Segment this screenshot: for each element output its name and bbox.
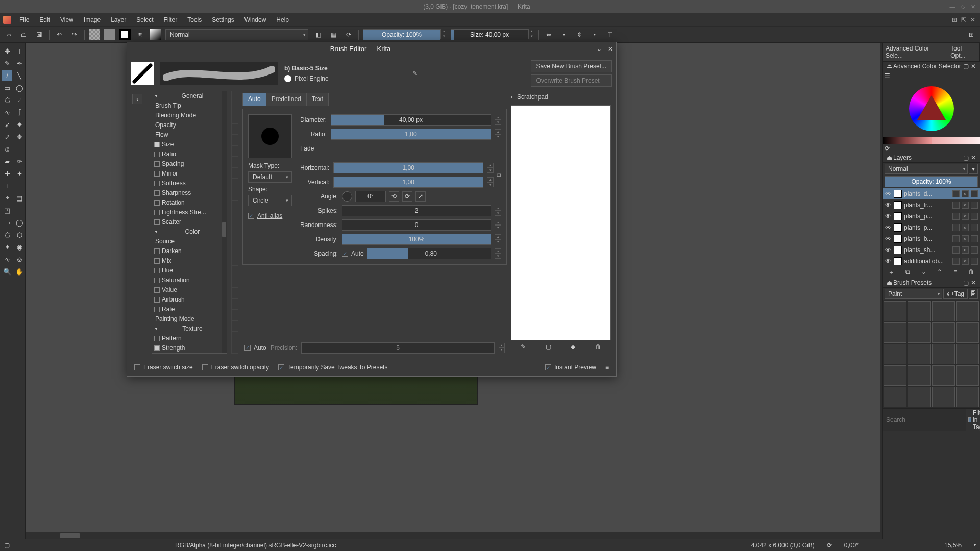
line-tool-icon[interactable]: ╲ xyxy=(14,70,24,81)
vertical-scrollbar[interactable] xyxy=(880,43,882,532)
brush-preset[interactable] xyxy=(956,344,979,364)
opt-rate-check[interactable] xyxy=(154,307,160,312)
measure-tool-icon[interactable]: ⟂ xyxy=(2,181,12,191)
close-dock-icon[interactable]: ✕ xyxy=(970,63,977,70)
link-fade-icon[interactable]: ⧉ xyxy=(497,171,501,179)
eraser-icon[interactable]: ◧ xyxy=(312,29,324,40)
bezier-select-tool-icon[interactable]: ∿ xyxy=(2,254,12,264)
scratch-layer-icon[interactable]: ▢ xyxy=(546,343,551,350)
inherit-alpha-icon[interactable] xyxy=(971,224,978,231)
opt-airbrush-check[interactable] xyxy=(154,297,160,303)
float2-icon[interactable]: ▢ xyxy=(962,154,970,161)
poly-select-tool-icon[interactable]: ⬡ xyxy=(14,230,24,240)
opt-scatter-check[interactable] xyxy=(154,219,160,225)
color-history[interactable] xyxy=(883,137,980,144)
visibility-icon[interactable]: 👁 xyxy=(885,246,892,254)
spacing-slider[interactable]: 0,80 xyxy=(367,248,491,259)
selection-indicator-icon[interactable]: ▢ xyxy=(4,542,10,549)
color-picker-tool-icon[interactable]: ✑ xyxy=(14,156,24,166)
calligraphy-tool-icon[interactable]: ✒ xyxy=(14,58,24,68)
alpha-lock-layer-icon[interactable]: α xyxy=(962,235,969,242)
edit-shape-tool-icon[interactable]: ✎ xyxy=(2,58,12,68)
opt-blending[interactable]: Blending Mode xyxy=(154,112,225,119)
polygon-tool-icon[interactable]: ⬠ xyxy=(2,95,12,105)
inherit-alpha-icon[interactable] xyxy=(971,258,978,265)
minimize-icon[interactable]: — xyxy=(949,4,955,10)
filter-layers-icon[interactable]: ▾ xyxy=(969,164,978,174)
scratch-brush-icon[interactable]: ✎ xyxy=(521,343,526,350)
wrap-icon[interactable]: ⊤ xyxy=(604,29,616,40)
opt-mix-check[interactable] xyxy=(154,258,160,264)
save-preset-button[interactable]: Save New Brush Preset... xyxy=(531,60,612,72)
opt-rate[interactable]: Rate xyxy=(162,306,225,313)
pattern-swatch[interactable] xyxy=(89,29,100,40)
maximize-icon[interactable]: ◇ xyxy=(960,4,966,10)
layer-row[interactable]: 👁plants_p...α xyxy=(883,211,980,222)
inherit-alpha-icon[interactable] xyxy=(971,213,978,220)
open-file-icon[interactable]: 🗀 xyxy=(18,29,30,40)
rect-select-tool-icon[interactable]: ▭ xyxy=(2,217,12,228)
opt-darken[interactable]: Darken xyxy=(162,247,225,255)
opt-rotation[interactable]: Rotation xyxy=(162,199,225,206)
opt-pattern[interactable]: Pattern xyxy=(162,335,225,342)
contiguous-select-tool-icon[interactable]: ✦ xyxy=(2,242,12,252)
tag-button[interactable]: 🏷 Tag xyxy=(943,289,968,299)
size-spin[interactable]: ▴▾ xyxy=(528,29,534,40)
opt-ratio-check[interactable] xyxy=(154,152,160,157)
mirror-h-icon[interactable]: ⇔ xyxy=(543,29,554,40)
opt-saturation[interactable]: Saturation xyxy=(162,277,225,284)
layer-row[interactable]: 👁plants_tr...α xyxy=(883,199,980,211)
lock-layer-icon[interactable] xyxy=(952,213,960,220)
opt-flow[interactable]: Flow xyxy=(154,131,225,138)
brush-preset[interactable] xyxy=(908,322,930,343)
crop-tool-icon[interactable]: ⟃ xyxy=(2,144,12,154)
mirror-v-drop-icon[interactable]: ▾ xyxy=(589,29,600,40)
opt-scatter[interactable]: Scatter xyxy=(162,218,225,226)
opt-mirror[interactable]: Mirror xyxy=(162,170,225,177)
size-slider[interactable]: Size: 40,00 px xyxy=(451,29,528,40)
polyline-tool-icon[interactable]: ⟋ xyxy=(14,95,24,105)
menu-image[interactable]: Image xyxy=(80,15,105,24)
move-layer-tool-icon[interactable]: ✥ xyxy=(14,132,24,142)
angle-btn1-icon[interactable]: ⟲ xyxy=(389,191,399,202)
mirror-v-icon[interactable]: ⇕ xyxy=(574,29,585,40)
close-dock3-icon[interactable]: ✕ xyxy=(970,279,977,286)
brush-preset[interactable] xyxy=(908,387,930,407)
fill-tool-icon[interactable]: ▰ xyxy=(2,156,12,166)
opt-darken-check[interactable] xyxy=(154,248,160,254)
fade-h-slider[interactable]: 1,00 xyxy=(333,162,483,173)
detach-icon[interactable]: ⇱ xyxy=(960,16,968,24)
tab-predefined[interactable]: Predefined xyxy=(266,93,307,106)
opt-lightness-check[interactable] xyxy=(154,210,160,215)
opt-sharpness-check[interactable] xyxy=(154,190,160,196)
angle-btn2-icon[interactable]: ⟳ xyxy=(402,191,412,202)
menu-layer[interactable]: Layer xyxy=(107,15,130,24)
pattern-tool-icon[interactable]: ◳ xyxy=(2,205,12,215)
brush-preset[interactable] xyxy=(956,322,979,343)
brush-preset[interactable] xyxy=(932,344,955,364)
ellipse-tool-icon[interactable]: ◯ xyxy=(14,83,24,93)
eraser-size-check[interactable] xyxy=(134,364,140,370)
brush-preset[interactable] xyxy=(908,365,930,386)
randomness-spin[interactable]: ▴▾ xyxy=(495,220,501,230)
alpha-lock-icon[interactable]: ▦ xyxy=(328,29,339,40)
rename-preset-icon[interactable]: ✎ xyxy=(412,70,418,77)
horizontal-scrollbar[interactable] xyxy=(26,532,882,539)
angle-dial[interactable] xyxy=(342,191,352,202)
multibrush-tool-icon[interactable]: ✷ xyxy=(14,119,24,130)
scratchpad-canvas[interactable] xyxy=(511,105,611,340)
move-down-icon[interactable]: ⌄ xyxy=(921,268,926,277)
close-dialog-icon[interactable]: ✕ xyxy=(605,45,616,53)
rotate-canvas-icon[interactable]: ⟳ xyxy=(827,542,832,549)
inherit-alpha-icon[interactable] xyxy=(971,190,978,197)
angle-input[interactable]: 0° xyxy=(355,191,386,202)
precision-auto-check[interactable]: ✓ xyxy=(244,345,251,351)
layer-row[interactable]: 👁plants_d...α xyxy=(883,188,980,199)
randomness-slider[interactable]: 0 xyxy=(342,219,491,231)
zoom-tool-icon[interactable]: 🔍 xyxy=(2,266,12,277)
menu-view[interactable]: View xyxy=(56,15,78,24)
text-tool-icon[interactable]: T xyxy=(14,46,24,56)
brush-preset[interactable] xyxy=(884,344,906,364)
lock-layer-icon[interactable] xyxy=(952,224,960,231)
fg-bg-swatch[interactable] xyxy=(104,29,115,40)
